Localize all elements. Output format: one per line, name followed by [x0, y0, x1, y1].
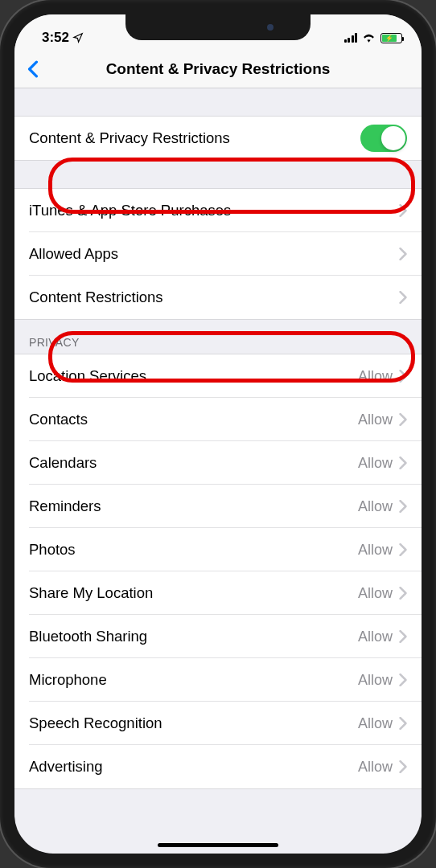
navigation-bar: Content & Privacy Restrictions: [14, 50, 422, 88]
row-label: Speech Recognition: [29, 714, 358, 732]
main-settings-group: iTunes & App Store Purchases Allowed App…: [14, 188, 422, 320]
chevron-right-icon: [399, 457, 407, 469]
row-value: Allow: [358, 368, 393, 385]
bluetooth-sharing-row[interactable]: Bluetooth Sharing Allow: [14, 615, 422, 658]
row-value: Allow: [358, 672, 393, 689]
photos-row[interactable]: Photos Allow: [14, 528, 422, 571]
page-title: Content & Privacy Restrictions: [24, 60, 412, 78]
row-value: Allow: [358, 498, 393, 515]
chevron-right-icon: [399, 500, 407, 513]
chevron-right-icon: [399, 291, 407, 304]
wifi-icon: [362, 33, 376, 43]
chevron-right-icon: [399, 413, 407, 426]
chevron-right-icon: [399, 760, 407, 773]
row-label: Advertising: [29, 758, 358, 776]
speech-recognition-row[interactable]: Speech Recognition Allow: [14, 702, 422, 745]
chevron-right-icon: [399, 543, 407, 556]
charging-bolt-icon: ⚡: [385, 35, 393, 42]
screen: 3:52 ⚡ Content & Pr: [14, 14, 422, 854]
toggle-group: Content & Privacy Restrictions: [14, 116, 422, 161]
allowed-apps-row[interactable]: Allowed Apps: [14, 232, 422, 276]
content: Content & Privacy Restrictions iTunes & …: [14, 88, 422, 789]
calendars-row[interactable]: Calendars Allow: [14, 441, 422, 485]
location-services-row[interactable]: Location Services Allow: [14, 354, 422, 398]
chevron-right-icon: [399, 370, 407, 383]
cellular-signal-icon: [344, 33, 358, 43]
row-value: Allow: [358, 585, 393, 602]
row-value: Allow: [358, 628, 393, 645]
chevron-right-icon: [399, 717, 407, 730]
row-label: Content Restrictions: [29, 289, 399, 306]
chevron-right-icon: [399, 204, 407, 217]
chevron-right-icon: [399, 248, 407, 260]
chevron-right-icon: [399, 674, 407, 686]
row-label: Microphone: [29, 671, 358, 689]
home-indicator[interactable]: [158, 843, 278, 847]
row-label: Allowed Apps: [29, 245, 399, 263]
privacy-group: Location Services Allow Contacts Allow C…: [14, 354, 422, 789]
privacy-section-header: Privacy: [14, 320, 422, 354]
status-time: 3:52: [42, 30, 69, 46]
content-privacy-toggle-row[interactable]: Content & Privacy Restrictions: [14, 117, 422, 160]
reminders-row[interactable]: Reminders Allow: [14, 485, 422, 528]
row-value: Allow: [358, 455, 393, 472]
chevron-right-icon: [399, 587, 407, 600]
row-label: Location Services: [29, 367, 358, 385]
itunes-app-store-purchases-row[interactable]: iTunes & App Store Purchases: [14, 189, 422, 232]
row-value: Allow: [358, 411, 393, 428]
back-button[interactable]: [24, 60, 42, 78]
toggle-label: Content & Privacy Restrictions: [29, 129, 360, 147]
battery-icon: ⚡: [380, 33, 402, 43]
toggle-knob-icon: [381, 126, 405, 150]
share-my-location-row[interactable]: Share My Location Allow: [14, 571, 422, 615]
phone-frame: 3:52 ⚡ Content & Pr: [0, 0, 436, 868]
content-restrictions-row[interactable]: Content Restrictions: [14, 276, 422, 319]
front-camera-icon: [267, 24, 274, 31]
content-privacy-toggle[interactable]: [360, 125, 407, 152]
contacts-row[interactable]: Contacts Allow: [14, 398, 422, 441]
advertising-row[interactable]: Advertising Allow: [14, 745, 422, 788]
row-value: Allow: [358, 715, 393, 732]
microphone-row[interactable]: Microphone Allow: [14, 658, 422, 702]
chevron-right-icon: [399, 630, 407, 643]
row-label: iTunes & App Store Purchases: [29, 202, 399, 219]
row-label: Calendars: [29, 454, 358, 472]
notch: [125, 14, 311, 40]
row-value: Allow: [358, 759, 393, 776]
row-value: Allow: [358, 542, 393, 559]
row-label: Share My Location: [29, 584, 358, 602]
location-arrow-icon: [72, 32, 84, 43]
row-label: Reminders: [29, 497, 358, 515]
row-label: Contacts: [29, 411, 358, 428]
row-label: Photos: [29, 541, 358, 559]
row-label: Bluetooth Sharing: [29, 628, 358, 645]
